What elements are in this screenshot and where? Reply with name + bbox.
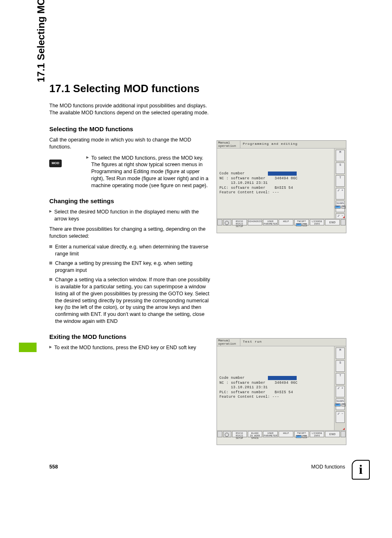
text-cursor bbox=[268, 376, 297, 380]
section-selecting-title: Selecting the MOD functions bbox=[49, 125, 212, 132]
main-content: 17.1 Selecting MOD functions The MOD fun… bbox=[49, 82, 212, 355]
mod-key-icon: MOD bbox=[49, 160, 62, 167]
softkey-rs232[interactable]: RS232 RS422 SETUP bbox=[232, 431, 247, 437]
figure-bot-softkeys: RS232 RS422 SETUP BLANK IN WORK SPACE US… bbox=[217, 430, 346, 438]
side-tab-marker bbox=[19, 343, 37, 352]
softkey-end[interactable]: END bbox=[325, 219, 340, 225]
changing-arrow: Select the desired MOD function in the d… bbox=[49, 209, 212, 223]
section-exiting-title: Exiting the MOD functions bbox=[49, 333, 212, 340]
text-cursor bbox=[268, 172, 297, 176]
side-icon-s[interactable]: S bbox=[336, 162, 345, 174]
softkey-dial-icon[interactable] bbox=[223, 431, 231, 437]
figure-bot-text: Code number NC : software number 340494 … bbox=[219, 376, 297, 400]
side-tab: 17.1 Selecting MOD functions bbox=[35, 0, 47, 82]
figure-top-header: Manual operation Programming and editing bbox=[217, 141, 346, 148]
side-icon-plus[interactable]: ⤢ + bbox=[336, 188, 345, 199]
softkey-scroll-left[interactable] bbox=[217, 219, 222, 225]
page-title: 17.1 Selecting MOD functions bbox=[49, 82, 212, 95]
side-icon-s100[interactable]: S100%OFFON bbox=[336, 399, 345, 410]
softkey-scroll-left[interactable] bbox=[217, 431, 222, 437]
figure-bot-title: Test run bbox=[240, 339, 346, 346]
page-footer: 558 MOD functions bbox=[49, 464, 345, 470]
exiting-arrow: To exit the MOD functions, press the END… bbox=[49, 344, 212, 351]
softkey-diagnosis[interactable]: DIAGNOSIS bbox=[248, 219, 263, 225]
footer-label: MOD functions bbox=[311, 464, 345, 470]
softkey-scroll-right[interactable] bbox=[341, 431, 346, 437]
figure-top-side-icons: M S T ⤢ + S100%OFFON ⤢ − bbox=[334, 148, 346, 226]
section-selecting-para: Call the operating mode in which you wis… bbox=[49, 137, 212, 151]
figure-bot-header: Manual operation Test run bbox=[217, 339, 346, 346]
figure-bot-mode: Manual operation bbox=[217, 339, 240, 346]
side-icon-t[interactable]: T bbox=[336, 175, 345, 187]
softkey-tncopt[interactable]: TNCOPTOFFON bbox=[294, 219, 309, 225]
side-icon-t[interactable]: T bbox=[336, 373, 345, 385]
softkey-rs232[interactable]: RS232 RS422 SETUP bbox=[232, 219, 247, 225]
mod-key-bullet: To select the MOD functions, press the M… bbox=[86, 155, 212, 189]
figure-test-run: Manual operation Test run Code number NC… bbox=[217, 338, 346, 445]
changing-item-2: Change a setting by pressing the ENT key… bbox=[49, 260, 212, 274]
figure-top-title: Programming and editing bbox=[240, 141, 346, 148]
page-number: 558 bbox=[49, 464, 58, 470]
side-icon-minus[interactable]: ⤢ − bbox=[336, 411, 345, 423]
side-icon-s100[interactable]: S100%OFFON bbox=[336, 201, 345, 212]
changing-item-1: Enter a numerical value directly, e.g. w… bbox=[49, 243, 212, 257]
softkey-help[interactable]: HELP bbox=[279, 219, 293, 225]
figure-top-softkeys: RS232 RS422 SETUP DIAGNOSIS USER PARAMET… bbox=[217, 218, 346, 226]
side-icon-m[interactable]: M bbox=[336, 348, 345, 359]
mod-key-instruction: To select the MOD functions, press the M… bbox=[86, 155, 212, 189]
side-icon-m[interactable]: M bbox=[336, 150, 345, 161]
figure-bot-side-icons: M S T ⤢ + S100%OFFON ⤢ − bbox=[334, 346, 346, 438]
side-icon-s[interactable]: S bbox=[336, 360, 345, 372]
softkey-end[interactable]: END bbox=[325, 431, 340, 437]
section-changing-title: Changing the settings bbox=[49, 197, 212, 204]
changing-item-3: Change a setting via a selection window.… bbox=[49, 276, 212, 325]
softkey-user-parameter[interactable]: USER PARAMETER bbox=[263, 219, 278, 225]
softkey-license-info[interactable]: LICENSE INFO bbox=[310, 431, 325, 437]
softkey-scroll-right[interactable] bbox=[341, 219, 346, 225]
figure-top-text: Code number NC : software number 340494 … bbox=[219, 172, 297, 195]
softkey-license-info[interactable]: LICENSE INFO bbox=[310, 219, 325, 225]
softkey-dial-icon[interactable] bbox=[223, 219, 231, 225]
softkey-blank-in-work[interactable]: BLANK IN WORK SPACE bbox=[248, 431, 263, 437]
figure-programming-editing: Manual operation Programming and editing… bbox=[217, 140, 346, 233]
figure-top-mode: Manual operation bbox=[217, 141, 240, 148]
intro-text: The MOD functions provide additional inp… bbox=[49, 102, 212, 116]
changing-para: There are three possibilities for changi… bbox=[49, 226, 212, 240]
info-icon: i bbox=[352, 460, 370, 480]
softkey-user-parameter[interactable]: USER PARAMETER bbox=[263, 431, 278, 437]
softkey-tncopt[interactable]: TNCOPTOFFON bbox=[294, 431, 309, 437]
side-icon-plus[interactable]: ⤢ + bbox=[336, 386, 345, 397]
softkey-help[interactable]: HELP bbox=[279, 431, 293, 437]
